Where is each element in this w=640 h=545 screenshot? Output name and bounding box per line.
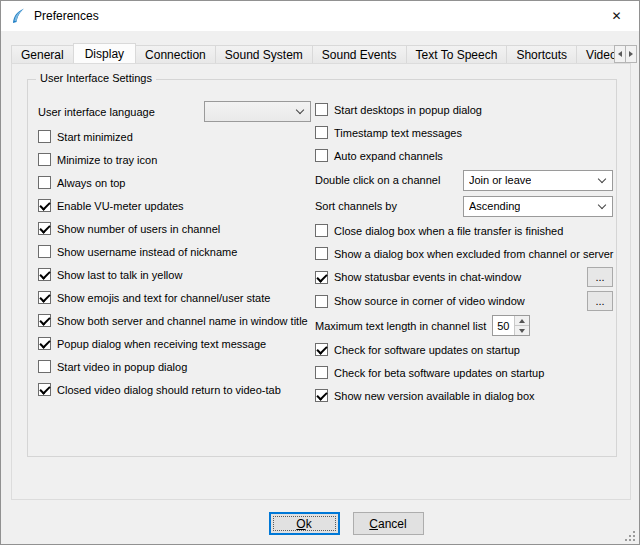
tab-shortcuts[interactable]: Shortcuts [506, 45, 577, 63]
tab-general[interactable]: General [11, 45, 74, 63]
checkbox-row: Show emojis and text for channel/user st… [38, 286, 315, 309]
arrow-right-icon [629, 51, 633, 57]
video-tab-return-checkbox[interactable] [38, 383, 51, 396]
file-transfer-close-checkbox[interactable] [315, 224, 328, 237]
new-version-dialog-checkbox[interactable] [315, 389, 328, 402]
emojis-checkbox[interactable] [38, 291, 51, 304]
sort-channels-dropdown[interactable]: Ascending [463, 196, 613, 217]
tab-scroll-right-button[interactable] [625, 45, 637, 63]
checkbox-row: Always on top [38, 171, 315, 194]
tab-scroller [615, 45, 637, 63]
video-source-config-button[interactable]: ... [587, 291, 613, 311]
vu-meter-checkbox[interactable] [38, 199, 51, 212]
max-text-length-row: Maximum text length in channel list 50 [315, 313, 613, 338]
spinner-up-button[interactable] [515, 316, 529, 326]
checkbox-label: Minimize to tray icon [57, 154, 157, 166]
window-title: Preferences [34, 9, 99, 23]
user-count-checkbox[interactable] [38, 222, 51, 235]
checkbox-label: Show source in corner of video window [334, 295, 525, 307]
language-row: User interface language [38, 98, 315, 125]
window-title-checkbox[interactable] [38, 314, 51, 327]
checkbox-label: Enable VU-meter updates [57, 200, 184, 212]
checkbox-label: Timestamp text messages [334, 127, 462, 139]
cancel-button[interactable]: Cancel [353, 512, 424, 535]
tab-connection[interactable]: Connection [135, 45, 216, 63]
tab-bar: General Display Connection Sound System … [11, 43, 621, 63]
checkbox-label: Always on top [57, 177, 125, 189]
double-click-dropdown[interactable]: Join or leave [463, 170, 613, 191]
statusbar-events-config-button[interactable]: ... [587, 267, 613, 287]
checkbox-row: Check for beta software updates on start… [315, 361, 613, 384]
excluded-dialog-checkbox[interactable] [315, 247, 328, 260]
update-check-checkbox[interactable] [315, 343, 328, 356]
desktops-popup-checkbox[interactable] [315, 103, 328, 116]
checkbox-row: Auto expand channels [315, 144, 613, 167]
checkbox-label: Start minimized [57, 131, 133, 143]
always-on-top-checkbox[interactable] [38, 176, 51, 189]
display-tab-panel: User Interface Settings User interface l… [11, 63, 631, 500]
last-talk-checkbox[interactable] [38, 268, 51, 281]
checkbox-row: Minimize to tray icon [38, 148, 315, 171]
checkbox-label: Check for software updates on startup [334, 344, 520, 356]
tab-sound-events[interactable]: Sound Events [312, 45, 407, 63]
beta-update-check-checkbox[interactable] [315, 366, 328, 379]
close-icon: ✕ [611, 9, 621, 23]
checkbox-label: Closed video dialog should return to vid… [57, 384, 281, 396]
checkbox-row: Show a dialog box when excluded from cha… [315, 242, 613, 265]
max-text-length-label: Maximum text length in channel list [315, 320, 486, 332]
minimize-tray-checkbox[interactable] [38, 153, 51, 166]
auto-expand-checkbox[interactable] [315, 149, 328, 162]
spinner-buttons [514, 316, 529, 335]
statusbar-events-row: Show statusbar events in chat-window ... [315, 265, 613, 289]
checkbox-label: Show emojis and text for channel/user st… [57, 292, 270, 304]
statusbar-events-checkbox[interactable] [315, 271, 328, 284]
preferences-window: Preferences ✕ General Display Connection… [0, 0, 640, 545]
sort-channels-value: Ascending [469, 200, 520, 212]
close-button[interactable]: ✕ [594, 1, 639, 31]
video-source-checkbox[interactable] [315, 295, 328, 308]
spinner-down-button[interactable] [515, 326, 529, 335]
chevron-down-icon [598, 200, 606, 208]
sort-channels-row: Sort channels by Ascending [315, 193, 613, 219]
start-minimized-checkbox[interactable] [38, 130, 51, 143]
popup-text-checkbox[interactable] [38, 337, 51, 350]
tab-sound-system[interactable]: Sound System [215, 45, 313, 63]
tab-display[interactable]: Display [73, 43, 136, 63]
video-popup-checkbox[interactable] [38, 360, 51, 373]
right-column: Start desktops in popup dialog Timestamp… [315, 98, 613, 407]
double-click-label: Double click on a channel [315, 174, 440, 186]
ok-button[interactable]: Ok [269, 512, 340, 535]
checkbox-row: Start video in popup dialog [38, 355, 315, 378]
resize-grip[interactable] [624, 529, 637, 542]
video-source-row: Show source in corner of video window ..… [315, 289, 613, 313]
tab-text-to-speech[interactable]: Text To Speech [406, 45, 508, 63]
max-text-length-spinner[interactable]: 50 [492, 315, 530, 336]
checkbox-row: Close dialog box when a file transfer is… [315, 219, 613, 242]
checkbox-row: Closed video dialog should return to vid… [38, 378, 315, 401]
checkbox-row: Start minimized [38, 125, 315, 148]
checkbox-row: Popup dialog when receiving text message [38, 332, 315, 355]
double-click-value: Join or leave [469, 174, 531, 186]
checkbox-label: Show new version available in dialog box [334, 390, 535, 402]
checkbox-row: Check for software updates on startup [315, 338, 613, 361]
titlebar[interactable]: Preferences ✕ [1, 1, 639, 31]
group-content: User interface language Start minimized … [28, 80, 616, 407]
ui-settings-group: User Interface Settings User interface l… [27, 79, 617, 457]
timestamp-checkbox[interactable] [315, 126, 328, 139]
checkbox-row: Show new version available in dialog box [315, 384, 613, 407]
left-column: User interface language Start minimized … [38, 98, 315, 407]
checkbox-row: Show username instead of nickname [38, 240, 315, 263]
checkbox-row: Show last to talk in yellow [38, 263, 315, 286]
arrow-down-icon [519, 329, 525, 333]
language-dropdown[interactable] [204, 101, 311, 122]
app-icon [10, 8, 26, 24]
checkbox-label: Popup dialog when receiving text message [57, 338, 266, 350]
checkbox-row: Show both server and channel name in win… [38, 309, 315, 332]
max-text-length-value: 50 [493, 316, 514, 335]
username-checkbox[interactable] [38, 245, 51, 258]
checkbox-label: Show number of users in channel [57, 223, 220, 235]
chevron-down-icon [598, 174, 606, 182]
checkbox-label: Show a dialog box when excluded from cha… [334, 248, 613, 260]
checkbox-label: Show username instead of nickname [57, 246, 237, 258]
language-label: User interface language [38, 106, 198, 118]
